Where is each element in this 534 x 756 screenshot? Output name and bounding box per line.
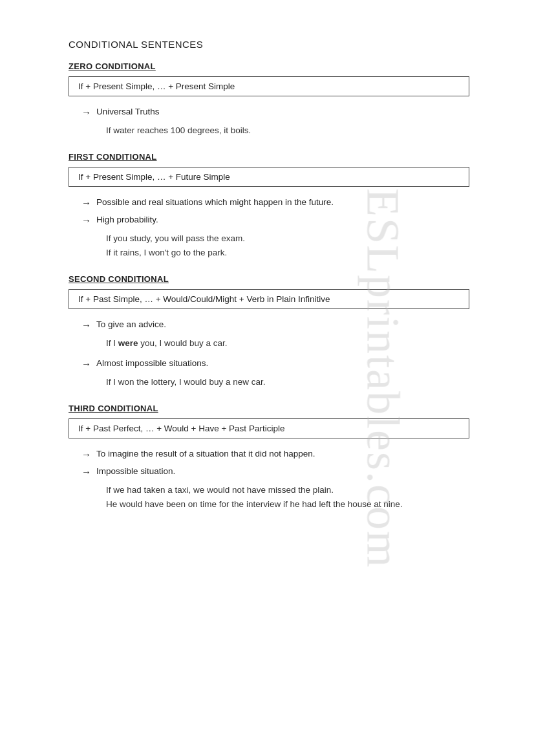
example-block: If we had taken a taxi, we would not hav… — [106, 483, 469, 512]
example-line: If I won the lottery, I would buy a new … — [106, 375, 469, 389]
bullet-text: Almost impossible situations. — [96, 357, 208, 370]
arrow-icon: → — [81, 448, 91, 462]
arrow-icon: → — [81, 357, 91, 372]
bullet-text: Possible and real situations which might… — [96, 196, 334, 209]
first-bullet-list: → Possible and real situations which mig… — [81, 196, 469, 261]
section-zero: ZERO CONDITIONAL If + Present Simple, … … — [69, 61, 469, 138]
bullet-text: Impossible situation. — [96, 465, 175, 478]
second-formula-box: If + Past Simple, … + Would/Could/Might … — [69, 289, 469, 309]
list-item: → To imagine the result of a situation t… — [81, 448, 469, 462]
example-line: If I were you, I would buy a car. — [106, 336, 469, 351]
third-bullet-list: → To imagine the result of a situation t… — [81, 448, 469, 512]
example-line: If water reaches 100 degrees, it boils. — [106, 124, 469, 138]
bullet-text: Universal Truths — [96, 105, 160, 118]
third-formula-box: If + Past Perfect, … + Would + Have + Pa… — [69, 418, 469, 438]
example-line: He would have been on time for the inter… — [106, 497, 469, 512]
zero-conditional-title: ZERO CONDITIONAL — [69, 61, 469, 71]
example-line: If it rains, I won't go to the park. — [106, 246, 469, 260]
example-block: If water reaches 100 degrees, it boils. — [106, 124, 469, 138]
list-item: → Universal Truths — [81, 105, 469, 120]
section-first: FIRST CONDITIONAL If + Present Simple, …… — [69, 152, 469, 261]
second-conditional-title: SECOND CONDITIONAL — [69, 274, 469, 284]
zero-bullet-list: → Universal Truths If water reaches 100 … — [81, 105, 469, 138]
section-third: THIRD CONDITIONAL If + Past Perfect, … +… — [69, 404, 469, 512]
first-formula-box: If + Present Simple, … + Future Simple — [69, 167, 469, 187]
list-item: → Possible and real situations which mig… — [81, 196, 469, 211]
example-line: If you study, you will pass the exam. — [106, 232, 469, 246]
example-block: If you study, you will pass the exam. If… — [106, 232, 469, 261]
arrow-icon: → — [81, 196, 91, 211]
example-block: If I were you, I would buy a car. — [106, 336, 469, 351]
arrow-icon: → — [81, 213, 91, 228]
arrow-icon: → — [81, 318, 91, 333]
list-item: → Impossible situation. — [81, 465, 469, 480]
bullet-text: To give an advice. — [96, 318, 166, 331]
bullet-text: High probability. — [96, 213, 158, 226]
section-second: SECOND CONDITIONAL If + Past Simple, … +… — [69, 274, 469, 389]
arrow-icon: → — [81, 465, 91, 480]
first-conditional-title: FIRST CONDITIONAL — [69, 152, 469, 162]
bullet-text: To imagine the result of a situation tha… — [96, 448, 315, 460]
bold-word: were — [118, 338, 138, 348]
list-item: → To give an advice. — [81, 318, 469, 333]
example-block: If I won the lottery, I would buy a new … — [106, 375, 469, 389]
second-bullet-list: → To give an advice. If I were you, I wo… — [81, 318, 469, 389]
zero-formula-box: If + Present Simple, … + Present Simple — [69, 76, 469, 96]
arrow-icon: → — [81, 105, 91, 120]
page-title: CONDITIONAL SENTENCES — [69, 39, 469, 50]
third-conditional-title: THIRD CONDITIONAL — [69, 404, 469, 413]
example-line: If we had taken a taxi, we would not hav… — [106, 483, 469, 497]
list-item: → High probability. — [81, 213, 469, 228]
list-item: → Almost impossible situations. — [81, 357, 469, 372]
